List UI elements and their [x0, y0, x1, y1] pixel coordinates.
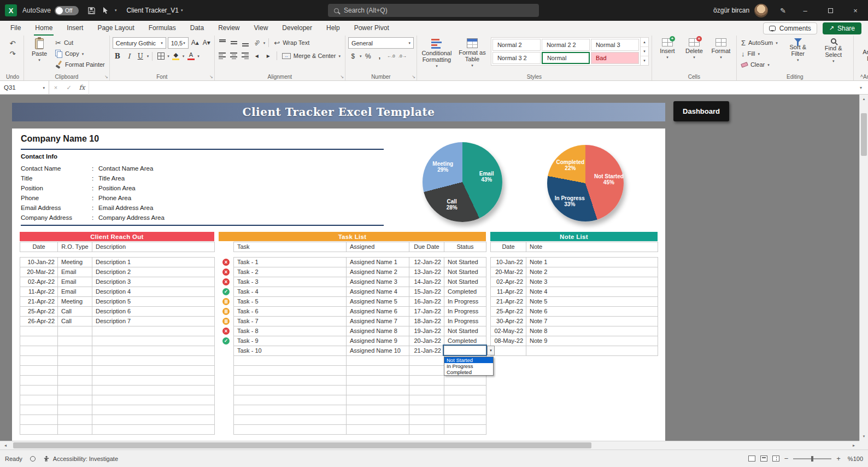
- cell[interactable]: [58, 346, 92, 356]
- clear-button[interactable]: Clear▾: [740, 59, 779, 70]
- cell[interactable]: [444, 376, 486, 386]
- cell[interactable]: 15-Jan-22: [409, 287, 444, 297]
- cell[interactable]: In Progress: [444, 297, 486, 307]
- cell[interactable]: 19-Jan-22: [409, 326, 444, 336]
- cell[interactable]: 11-Apr-22: [20, 287, 58, 297]
- tab-insert[interactable]: Insert: [60, 21, 90, 36]
- cell[interactable]: [58, 356, 92, 366]
- cell[interactable]: [444, 386, 486, 395]
- scroll-up-arrow[interactable]: ▴: [860, 95, 868, 103]
- analyze-data-button[interactable]: Analyze Data: [857, 37, 868, 63]
- tab-view[interactable]: View: [247, 21, 275, 36]
- cell[interactable]: [347, 415, 409, 425]
- cell[interactable]: [409, 376, 444, 386]
- font-family-select[interactable]: Century Gothic▾: [113, 37, 166, 49]
- cell[interactable]: In Progress: [444, 307, 486, 317]
- cell[interactable]: 25-Apr-22: [20, 307, 58, 317]
- comma-style-button[interactable]: ,: [374, 51, 384, 61]
- cell[interactable]: [58, 415, 92, 425]
- cell[interactable]: [58, 395, 92, 405]
- format-cells-button[interactable]: Format ▾: [708, 37, 734, 60]
- autosum-button[interactable]: ΣAutoSum▾: [740, 37, 779, 48]
- cell[interactable]: [92, 386, 215, 395]
- minimize-button[interactable]: –: [793, 0, 818, 21]
- cell[interactable]: Assigned Name 7: [347, 317, 409, 326]
- cell-style-normal-2-2[interactable]: Normal 2 2: [542, 39, 590, 51]
- format-as-table-button[interactable]: Format as Table ▾: [455, 37, 489, 68]
- company-name[interactable]: Company Name 10: [21, 134, 99, 144]
- cell[interactable]: [58, 386, 92, 395]
- merge-center-button[interactable]: ↔Merge & Center▾: [280, 50, 342, 61]
- cell[interactable]: [20, 366, 58, 376]
- cell[interactable]: Note 5: [526, 297, 658, 307]
- cell[interactable]: Task - 5: [234, 297, 347, 307]
- tab-help[interactable]: Help: [319, 21, 347, 36]
- cell[interactable]: [234, 415, 347, 425]
- cell[interactable]: Note 7: [526, 317, 658, 326]
- cell[interactable]: Description 3: [92, 277, 215, 287]
- cell[interactable]: Not Started: [444, 258, 486, 267]
- contact-value[interactable]: Position Area: [98, 185, 136, 191]
- sort-filter-button[interactable]: Sort & Filter ▾: [781, 37, 815, 63]
- cell[interactable]: Assigned Name 2: [347, 267, 409, 277]
- cell[interactable]: Task - 8: [234, 326, 347, 336]
- cell[interactable]: Meeting: [58, 297, 92, 307]
- tab-power-pivot[interactable]: Power Pivot: [347, 21, 396, 36]
- cell[interactable]: Task - 6: [234, 307, 347, 317]
- wrap-text-button[interactable]: ↩Wrap Text: [272, 37, 311, 48]
- delete-cells-button[interactable]: × Delete ▾: [682, 37, 707, 60]
- italic-button[interactable]: I: [124, 51, 134, 61]
- restore-button[interactable]: [818, 0, 843, 21]
- cell[interactable]: Assigned Name 3: [347, 277, 409, 287]
- cell[interactable]: Email: [58, 277, 92, 287]
- cell[interactable]: [58, 326, 92, 336]
- vertical-scroll-track[interactable]: [860, 103, 868, 432]
- tab-review[interactable]: Review: [211, 21, 247, 36]
- cell[interactable]: [92, 346, 215, 356]
- cell[interactable]: [92, 405, 215, 415]
- cell[interactable]: [92, 356, 215, 366]
- cell[interactable]: Status: [444, 242, 486, 252]
- orientation-button[interactable]: ab: [252, 38, 262, 48]
- cell[interactable]: [20, 356, 58, 366]
- page-break-view-icon[interactable]: [772, 456, 779, 462]
- contact-label[interactable]: Phone: [21, 195, 92, 201]
- align-right-button[interactable]: [241, 51, 250, 61]
- cell[interactable]: 21-Jan-22: [409, 346, 444, 356]
- font-color-button[interactable]: A: [186, 51, 196, 61]
- cell[interactable]: Assigned Name 6: [347, 307, 409, 317]
- cell[interactable]: Description 2: [92, 267, 215, 277]
- cell[interactable]: [526, 346, 658, 356]
- cell[interactable]: [58, 376, 92, 386]
- cell[interactable]: [409, 395, 444, 405]
- cell[interactable]: [347, 405, 409, 415]
- save-icon[interactable]: [84, 3, 98, 17]
- close-button[interactable]: ×: [843, 0, 868, 21]
- cell[interactable]: [20, 386, 58, 395]
- redo-button[interactable]: ↷: [8, 49, 17, 59]
- cell[interactable]: Not Started: [444, 267, 486, 277]
- status-dropdown-button[interactable]: ▾: [487, 346, 495, 355]
- find-select-button[interactable]: Find & Select ▾: [817, 37, 851, 64]
- cell[interactable]: 02-Apr-22: [20, 277, 58, 287]
- zoom-in-button[interactable]: +: [836, 456, 841, 462]
- pen-icon[interactable]: ✎: [780, 7, 786, 15]
- cell[interactable]: Description: [92, 242, 215, 252]
- cell[interactable]: Description 7: [92, 317, 215, 326]
- cell[interactable]: 12-Jan-22: [409, 258, 444, 267]
- contact-value[interactable]: Title Area: [98, 175, 125, 182]
- cell[interactable]: Task - 2: [234, 267, 347, 277]
- worksheet[interactable]: Client Tracker Excel Template Dashboard …: [0, 95, 859, 441]
- cell[interactable]: 08-May-22: [491, 336, 526, 346]
- decrease-indent-button[interactable]: ◂: [252, 51, 262, 61]
- cell[interactable]: [234, 395, 347, 405]
- contact-label[interactable]: Title: [21, 175, 92, 182]
- cell-style-normal-2[interactable]: Normal 2: [492, 39, 541, 51]
- user-name[interactable]: özgür bircan: [713, 7, 749, 14]
- paste-button[interactable]: Paste ▾: [27, 37, 52, 63]
- contact-label[interactable]: Position: [21, 185, 92, 191]
- cell[interactable]: [409, 356, 444, 366]
- contact-value[interactable]: Company Address Area: [98, 214, 165, 221]
- contact-value[interactable]: Phone Area: [98, 195, 131, 201]
- cell[interactable]: 20-Mar-22: [491, 267, 526, 277]
